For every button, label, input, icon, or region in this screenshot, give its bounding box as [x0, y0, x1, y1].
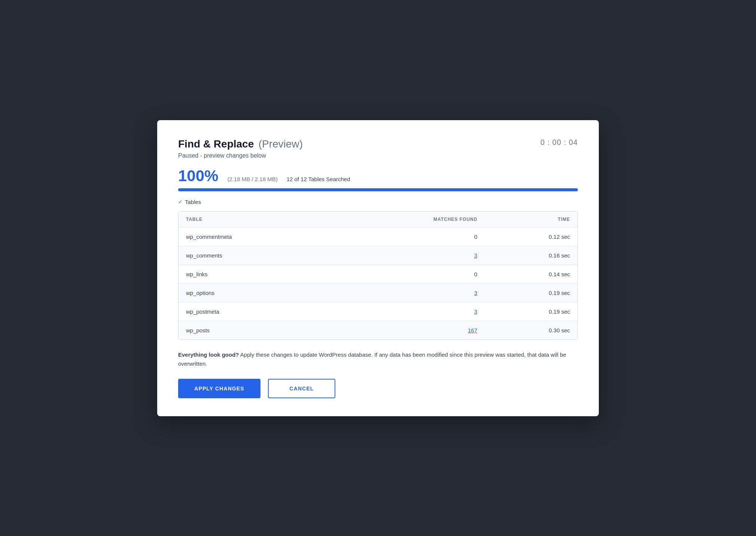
apply-changes-button[interactable]: APPLY CHANGES: [178, 379, 260, 398]
progress-bar-container: [178, 188, 578, 191]
match-count-link[interactable]: 3: [474, 290, 477, 296]
table-body: wp_commentmeta00.12 secwp_comments30.16 …: [179, 227, 577, 339]
cell-table-name: wp_comments: [179, 246, 334, 265]
match-count-link[interactable]: 3: [474, 252, 477, 259]
cell-time: 0.19 sec: [485, 283, 577, 302]
cell-time: 0.16 sec: [485, 246, 577, 265]
cell-matches: 0: [334, 227, 485, 246]
table-row: wp_comments30.16 sec: [179, 246, 577, 265]
table-row: wp_commentmeta00.12 sec: [179, 227, 577, 246]
modal-title-preview: (Preview): [259, 138, 303, 150]
progress-info: 100% (2.18 MB / 2.18 MB) 12 of 12 Tables…: [178, 168, 578, 184]
cell-table-name: wp_options: [179, 283, 334, 302]
check-icon: ✓: [178, 199, 183, 205]
modal-header: Find & Replace (Preview) 0 : 00 : 04: [178, 138, 578, 150]
cancel-button[interactable]: CANCEL: [268, 379, 335, 398]
modal-timer: 0 : 00 : 04: [540, 138, 578, 147]
cell-matches[interactable]: 3: [334, 283, 485, 302]
cell-time: 0.19 sec: [485, 302, 577, 321]
cell-matches[interactable]: 167: [334, 321, 485, 339]
cell-table-name: wp_postmeta: [179, 302, 334, 321]
cell-time: 0.14 sec: [485, 265, 577, 283]
cell-matches[interactable]: 3: [334, 302, 485, 321]
footer-text-bold: Everything look good?: [178, 351, 239, 358]
tables-label-text: Tables: [185, 199, 201, 205]
cell-table-name: wp_commentmeta: [179, 227, 334, 246]
modal-title: Find & Replace: [178, 138, 254, 150]
table-row: wp_posts1670.30 sec: [179, 321, 577, 339]
table-row: wp_postmeta30.19 sec: [179, 302, 577, 321]
progress-size: (2.18 MB / 2.18 MB): [227, 176, 277, 182]
progress-bar-fill: [178, 188, 578, 191]
table-row: wp_options30.19 sec: [179, 283, 577, 302]
backdrop: Find & Replace (Preview) 0 : 00 : 04 Pau…: [0, 0, 756, 536]
progress-tables: 12 of 12 Tables Searched: [287, 176, 350, 182]
cell-matches[interactable]: 3: [334, 246, 485, 265]
col-header-time: TIME: [485, 211, 577, 228]
cell-time: 0.30 sec: [485, 321, 577, 339]
footer-description: Everything look good? Apply these change…: [178, 350, 578, 368]
modal-subtitle: Paused - preview changes below: [178, 152, 578, 159]
results-table-container[interactable]: TABLE MATCHES FOUND TIME wp_commentmeta0…: [178, 211, 578, 340]
title-group: Find & Replace (Preview): [178, 138, 303, 150]
modal-dialog: Find & Replace (Preview) 0 : 00 : 04 Pau…: [157, 120, 599, 416]
cell-matches: 0: [334, 265, 485, 283]
col-header-matches: MATCHES FOUND: [334, 211, 485, 228]
tables-section-label: ✓ Tables: [178, 199, 578, 205]
cell-time: 0.12 sec: [485, 227, 577, 246]
cell-table-name: wp_posts: [179, 321, 334, 339]
col-header-table: TABLE: [179, 211, 334, 228]
match-count-link[interactable]: 167: [468, 327, 477, 334]
results-table: TABLE MATCHES FOUND TIME wp_commentmeta0…: [179, 211, 577, 339]
cell-table-name: wp_links: [179, 265, 334, 283]
table-header-row: TABLE MATCHES FOUND TIME: [179, 211, 577, 228]
table-row: wp_links00.14 sec: [179, 265, 577, 283]
progress-percent: 100%: [178, 168, 218, 184]
button-row: APPLY CHANGES CANCEL: [178, 379, 578, 398]
match-count-link[interactable]: 3: [474, 308, 477, 315]
